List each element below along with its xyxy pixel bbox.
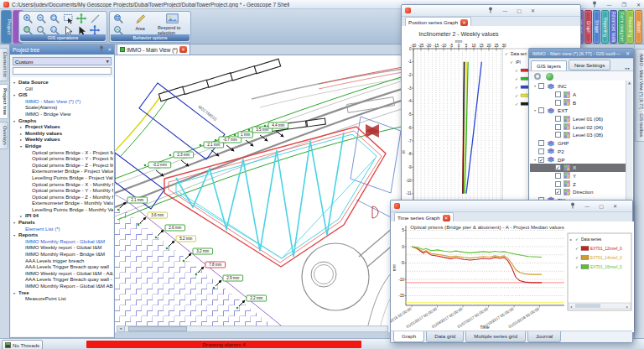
layer-checkbox[interactable] — [555, 173, 561, 179]
tree-item-reports[interactable]: ▾Reports — [11, 232, 113, 238]
layer-checkbox[interactable] — [555, 116, 561, 122]
select-region-icon[interactable] — [61, 13, 75, 24]
tree-item-optical-prisms-bridge-y-project-median[interactable]: Optical prisms Bridge - Y - Project Medi… — [11, 155, 113, 162]
tree-item-data-source[interactable]: ▾Data Source — [11, 79, 113, 86]
maximize-button[interactable]: ❐ — [622, 2, 626, 8]
minimize-button[interactable]: — — [502, 8, 507, 13]
layer-checkbox[interactable] — [555, 132, 561, 138]
layer-checkbox[interactable] — [538, 107, 544, 113]
ribbon-tab-graph[interactable]: Graph — [584, 10, 592, 44]
gis-layer-x[interactable]: ✓X — [530, 164, 626, 172]
dock-tab-project-tree[interactable]: Project tree — [0, 84, 8, 119]
tree-item-tree[interactable]: ▾Tree — [11, 289, 113, 296]
layer-checkbox[interactable]: ✓ — [555, 164, 561, 170]
ribbon-tab-project[interactable]: Project — [1, 10, 12, 44]
tree-item-optical-prisms-bridge-y-monthly-median[interactable]: Optical prisms Bridge - Y - Monthly Medi… — [11, 187, 113, 194]
tree-item-extensometer-bridge-monthly-values[interactable]: Extensometer Bridge - Monthly Values — [11, 200, 113, 206]
tree-item-levelling-points-bridge-monthly-values[interactable]: Levelling Points Bridge - Monthly Values — [11, 206, 113, 213]
layer-checkbox[interactable] — [555, 91, 561, 97]
main-view-hscrollbar[interactable]: ◂ — [117, 326, 388, 332]
gis-layer-a[interactable]: A — [530, 91, 626, 99]
layer-checkbox[interactable] — [555, 124, 561, 130]
tree-item-graphs[interactable]: ▾Graphs — [11, 117, 113, 124]
tree-item-weekly-values[interactable]: ▸Weekly values — [11, 136, 113, 143]
close-button[interactable]: ✕ — [636, 2, 641, 8]
close-button[interactable]: ✕ — [531, 8, 535, 13]
tab-close-icon[interactable]: ✕ — [443, 215, 450, 221]
refresh-layers-icon[interactable] — [534, 73, 541, 80]
tree-item-immo-monthly-report-bridge-i-m[interactable]: IMMO Monthly Report - Bridge I&M — [11, 251, 113, 258]
dock-tab-overlays[interactable]: Overlays — [0, 122, 8, 149]
zoom-in-icon[interactable] — [21, 13, 34, 24]
panel-close-icon[interactable]: ✕ — [107, 45, 112, 55]
tree-item-bridge[interactable]: ▾Bridge — [11, 143, 113, 149]
tree-item-extensometer-bridge-project-values[interactable]: Extensometer Bridge - Project Values — [11, 168, 113, 174]
tree-item-measurepoint-list[interactable]: MeasurePoint List — [11, 295, 113, 302]
layer-checkbox[interactable]: ✓ — [538, 157, 544, 163]
tree-item-immo-bridge-view[interactable]: IMMO - Bridge View — [11, 111, 113, 117]
respond-to-selection-button[interactable]: Respond to selection — [155, 13, 189, 36]
bottom-tab-journal[interactable]: Journal — [527, 331, 561, 342]
bottom-tab-graph[interactable]: Graph — [393, 331, 424, 342]
pin-window-icon[interactable] — [592, 1, 597, 8]
layer-checkbox[interactable] — [555, 181, 561, 187]
tree-item-optical-prisms-bridge-x-project-median[interactable]: Optical prisms Bridge - X - Project Medi… — [11, 149, 113, 156]
tab-immo-main-view[interactable]: IMMO - Main View (*) ✕ — [117, 44, 190, 55]
tree-item-levelling-points-bridge-project-values[interactable]: Levelling Points Bridge - Project Values — [11, 174, 113, 181]
zoom-selection-icon[interactable] — [112, 13, 125, 24]
maximize-button[interactable]: ▢ — [599, 203, 604, 209]
ribbon-tab-shape[interactable]: Shape — [593, 10, 600, 44]
gis-layer-y[interactable]: Y — [530, 172, 626, 180]
layer-checkbox[interactable] — [538, 83, 544, 89]
tree-item-gill[interactable]: Gill — [11, 86, 113, 92]
dock-tab-element-list[interactable]: Element list — [0, 48, 8, 81]
tree-item-project-values[interactable]: ▸Project Values — [11, 123, 113, 130]
gis-layer-direction[interactable]: ✓Direction — [530, 188, 626, 196]
tree-item-aaa-levels-trigger-breach-quay-wall-a-b[interactable]: AAA Levels Trigger Breach quay wall - A&… — [11, 276, 113, 283]
minimize-button[interactable]: — — [615, 50, 621, 56]
maximize-button[interactable]: ▢ — [517, 8, 522, 13]
tree-search-input[interactable] — [13, 67, 112, 75]
layer-expander-icon[interactable]: ▾ — [532, 108, 538, 112]
layer-checkbox[interactable]: ✓ — [555, 189, 561, 195]
tree-filter-dropdown[interactable]: Custom ▼ — [13, 57, 112, 65]
zoom-out-icon[interactable] — [34, 13, 48, 24]
layer-checkbox[interactable] — [538, 140, 544, 146]
gis-layer-b[interactable]: B — [530, 98, 626, 107]
gis-toolbox-collapsed-tab[interactable]: IMMO - Main View (*) [6.77] - GIS toolbo… — [635, 49, 644, 142]
ribbon-tab-advanced-tools[interactable]: Advanced tools — [610, 10, 617, 44]
tree-item-aaa-levels-trigger-breach[interactable]: AAA Levels trigger breach — [11, 258, 113, 264]
pin-panel-icon[interactable] — [99, 45, 104, 55]
gis-toolbox-titlebar[interactable]: IMMO - Main view (*) [6.77] - GIS toolbo… — [529, 49, 633, 59]
tree-item-gis[interactable]: ▾GIS — [11, 91, 113, 98]
pin-window-icon[interactable] — [488, 7, 493, 14]
tree-item-monthly-values[interactable]: ▸Monthly values — [11, 130, 113, 137]
layer-expander-icon[interactable]: ▾ — [532, 158, 538, 162]
ribbon-tab-recording[interactable]: Recording — [626, 10, 634, 44]
tree-item-immo-weekly-report-global-i-m[interactable]: IMMO Weekly report - Global I&M — [11, 244, 113, 251]
zoom-window-icon[interactable] — [48, 13, 61, 24]
tree-item-optical-prisms-bridge-z-monthly-median[interactable]: Optical prisms Bridge - Z - Monthly Medi… — [11, 194, 113, 201]
tree-item-immo-main-view-[interactable]: IMMO - Main View (*) (*) — [11, 98, 113, 105]
gis-layer-level-03-08-[interactable]: Level 03 (08) — [530, 131, 626, 139]
tree-item-immo-weekly-report-global-i-m-a-b[interactable]: IMMO Weekly report - Global I&M - A&B — [11, 270, 113, 277]
gis-layer-inc[interactable]: ▾INC — [530, 82, 626, 91]
tab-scroll-arrows-icon[interactable]: ◂ ▸ — [625, 66, 631, 70]
hscroll-thumb[interactable] — [128, 326, 187, 331]
minimize-button[interactable]: — — [584, 203, 589, 209]
gis-layer-p2[interactable]: P2 — [530, 148, 626, 156]
gis-layer-z[interactable]: Z — [530, 180, 626, 188]
gis-layer-dp[interactable]: ▾✓DP — [530, 155, 626, 164]
area-button[interactable]: Area — [125, 13, 155, 32]
gis-layer-level-02-04-[interactable]: Level 02 (04) — [530, 122, 626, 131]
tab-gis-layers[interactable]: GIS layers — [531, 60, 567, 70]
gis-layer-level-01-06-[interactable]: Level 01 (06) — [530, 115, 626, 123]
layer-checkbox[interactable] — [538, 148, 544, 154]
tab-close-icon[interactable]: ✕ — [179, 46, 187, 53]
threads-status-button[interactable]: No Threads — [2, 340, 43, 349]
tree-item-element-list-[interactable]: Element List (*) — [11, 226, 113, 232]
tree-item-immo-monthly-report-global-i-m[interactable]: IMMO Monthly Report - Global I&M — [11, 238, 113, 245]
measure-line-icon[interactable] — [88, 13, 101, 24]
tab-close-icon[interactable]: ✕ — [460, 19, 468, 26]
tree-item-optical-prisms-bridge-x-monthly-median[interactable]: Optical prisms Bridge - X - Monthly Medi… — [11, 181, 113, 188]
